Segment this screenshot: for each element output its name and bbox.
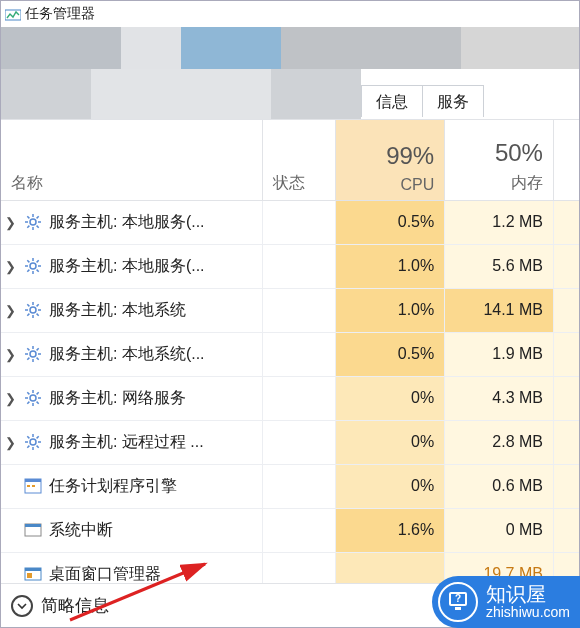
svg-line-45 <box>37 392 39 394</box>
svg-rect-62 <box>25 568 41 571</box>
disk-cell: 0 M <box>553 244 579 288</box>
expand-chevron-icon[interactable]: ❯ <box>3 391 17 406</box>
process-icon <box>23 388 43 408</box>
svg-line-7 <box>37 226 39 228</box>
svg-rect-58 <box>32 485 35 487</box>
expand-chevron-icon[interactable]: ❯ <box>3 347 17 362</box>
memory-cell: 0 MB <box>445 508 554 552</box>
cpu-cell: 0% <box>336 420 445 464</box>
svg-line-8 <box>27 226 29 228</box>
svg-line-18 <box>37 260 39 262</box>
process-icon <box>23 476 43 496</box>
svg-line-26 <box>27 314 29 316</box>
tabs-row: 信息 服务 <box>1 69 579 119</box>
status-cell <box>262 464 336 508</box>
svg-point-10 <box>30 263 36 269</box>
tab-details-partial[interactable]: 信息 <box>361 85 423 117</box>
process-name: 任务计划程序引擎 <box>49 476 177 497</box>
disk-cell: 0.1 M <box>553 332 579 376</box>
svg-rect-56 <box>25 479 41 482</box>
table-row[interactable]: ❯服务主机: 本地服务(...1.0%5.6 MB0 M <box>1 244 579 288</box>
process-icon <box>23 344 43 364</box>
table-row[interactable]: ❯服务主机: 网络服务0%4.3 MB0 M <box>1 376 579 420</box>
status-cell <box>262 376 336 420</box>
column-header-memory[interactable]: 50% 内存 <box>445 120 554 200</box>
memory-cell: 1.9 MB <box>445 332 554 376</box>
svg-line-25 <box>37 314 39 316</box>
process-table: 名称 状态 99% CPU 50% 内存 ❯服务主机: 本地服务(...0.5%… <box>1 120 579 583</box>
table-row[interactable]: ❯服务主机: 本地系统(...0.5%1.9 MB0.1 M <box>1 332 579 376</box>
status-cell <box>262 332 336 376</box>
svg-line-44 <box>27 402 29 404</box>
cpu-cell: 0.5% <box>336 332 445 376</box>
column-header-disk[interactable] <box>553 120 579 200</box>
status-cell <box>262 200 336 244</box>
memory-cell: 5.6 MB <box>445 244 554 288</box>
expand-chevron-icon[interactable]: ❯ <box>3 259 17 274</box>
expand-chevron-icon[interactable]: ❯ <box>3 303 17 318</box>
process-name: 服务主机: 网络服务 <box>49 388 186 409</box>
tabs-obscured <box>1 69 361 119</box>
disk-cell: 0 M <box>553 200 579 244</box>
svg-line-16 <box>37 270 39 272</box>
status-cell <box>262 552 336 583</box>
process-name: 桌面窗口管理器 <box>49 564 161 584</box>
svg-line-35 <box>27 358 29 360</box>
cpu-cell: 0% <box>336 376 445 420</box>
memory-cell: 0.6 MB <box>445 464 554 508</box>
process-icon <box>23 432 43 452</box>
titlebar: 任务管理器 <box>1 1 579 27</box>
svg-point-28 <box>30 351 36 357</box>
process-name: 服务主机: 本地系统 <box>49 300 186 321</box>
table-row[interactable]: ❯系统中断1.6%0 MB0 M <box>1 508 579 552</box>
memory-cell: 2.8 MB <box>445 420 554 464</box>
cpu-cell: 1.0% <box>336 288 445 332</box>
svg-line-33 <box>27 348 29 350</box>
table-row[interactable]: ❯服务主机: 本地系统1.0%14.1 MB0 M <box>1 288 579 332</box>
svg-line-34 <box>37 358 39 360</box>
column-header-cpu[interactable]: 99% CPU <box>336 120 445 200</box>
expand-chevron-icon[interactable]: ❯ <box>3 435 17 450</box>
svg-line-15 <box>27 260 29 262</box>
cpu-cell: 1.6% <box>336 508 445 552</box>
memory-cell: 1.2 MB <box>445 200 554 244</box>
process-icon <box>23 212 43 232</box>
svg-point-37 <box>30 395 36 401</box>
table-row[interactable]: ❯服务主机: 远程过程 ...0%2.8 MB0 M <box>1 420 579 464</box>
cpu-cell <box>336 552 445 583</box>
disk-cell: 0 M <box>553 420 579 464</box>
expand-chevron-icon[interactable]: ❯ <box>3 215 17 230</box>
table-row[interactable]: ❯任务计划程序引擎0%0.6 MB0 M <box>1 464 579 508</box>
disk-cell: 0 M <box>553 464 579 508</box>
process-icon <box>23 300 43 320</box>
disk-cell: 0 M <box>553 288 579 332</box>
cpu-cell: 0.5% <box>336 200 445 244</box>
svg-line-9 <box>37 216 39 218</box>
svg-line-54 <box>37 436 39 438</box>
app-icon <box>5 6 21 22</box>
status-cell <box>262 420 336 464</box>
tab-services[interactable]: 服务 <box>422 85 484 117</box>
window-title: 任务管理器 <box>25 5 95 23</box>
svg-point-19 <box>30 307 36 313</box>
table-row[interactable]: ❯服务主机: 本地服务(...0.5%1.2 MB0 M <box>1 200 579 244</box>
fewer-details-label[interactable]: 简略信息 <box>41 594 109 617</box>
fewer-details-icon[interactable] <box>11 595 33 617</box>
column-header-status[interactable]: 状态 <box>262 120 336 200</box>
disk-cell <box>553 552 579 583</box>
process-name: 服务主机: 本地服务(... <box>49 212 205 233</box>
svg-rect-63 <box>27 573 32 578</box>
memory-cell: 19.7 MB <box>445 552 554 583</box>
process-icon <box>23 520 43 540</box>
svg-line-52 <box>37 446 39 448</box>
process-icon <box>23 256 43 276</box>
process-name: 服务主机: 本地服务(... <box>49 256 205 277</box>
process-icon <box>23 564 43 583</box>
svg-line-42 <box>27 392 29 394</box>
svg-line-53 <box>27 446 29 448</box>
process-name: 服务主机: 本地系统(... <box>49 344 205 365</box>
table-row[interactable]: ❯桌面窗口管理器19.7 MB <box>1 552 579 583</box>
svg-line-51 <box>27 436 29 438</box>
cpu-cell: 1.0% <box>336 244 445 288</box>
column-header-name[interactable]: 名称 <box>1 120 262 200</box>
